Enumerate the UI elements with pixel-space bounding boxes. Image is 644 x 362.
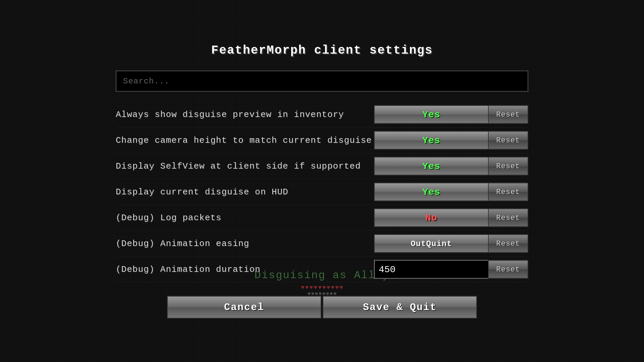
setting-controls: No Reset bbox=[374, 208, 528, 227]
value-button-4[interactable]: No bbox=[374, 208, 488, 227]
save-quit-button[interactable]: Save & Quit bbox=[323, 296, 477, 319]
settings-list: Always show disguise preview in inventor… bbox=[116, 102, 528, 283]
value-input-6[interactable] bbox=[374, 260, 488, 279]
setting-row: Always show disguise preview in inventor… bbox=[116, 102, 528, 128]
setting-row: Display SelfView at client side if suppo… bbox=[116, 154, 528, 179]
setting-label: (Debug) Log packets bbox=[116, 213, 374, 223]
setting-controls: Yes Reset bbox=[374, 131, 528, 150]
search-input[interactable] bbox=[116, 71, 528, 92]
setting-controls: Yes Reset bbox=[374, 183, 528, 201]
setting-controls: OutQuint Reset bbox=[374, 234, 528, 253]
value-button-5[interactable]: OutQuint bbox=[374, 234, 488, 253]
setting-label: Display current disguise on HUD bbox=[116, 187, 374, 197]
setting-row: (Debug) Animation easing OutQuint Reset bbox=[116, 231, 528, 257]
setting-label: (Debug) Animation easing bbox=[116, 239, 374, 249]
bottom-buttons: Cancel Save & Quit bbox=[116, 296, 528, 319]
value-button-1[interactable]: Yes bbox=[374, 131, 488, 150]
setting-label: (Debug) Animation duration bbox=[116, 264, 374, 275]
reset-button-5[interactable]: Reset bbox=[488, 234, 528, 253]
reset-button-3[interactable]: Reset bbox=[488, 183, 528, 201]
value-button-2[interactable]: Yes bbox=[374, 157, 488, 176]
setting-label: Change camera height to match current di… bbox=[116, 135, 374, 145]
settings-panel: FeatherMorph client settings Always show… bbox=[116, 44, 528, 319]
setting-controls: Yes Reset bbox=[374, 157, 528, 176]
search-container bbox=[116, 71, 528, 92]
reset-button-6[interactable]: Reset bbox=[488, 260, 528, 279]
reset-button-1[interactable]: Reset bbox=[488, 131, 528, 150]
setting-label: Always show disguise preview in inventor… bbox=[116, 110, 374, 120]
reset-button-2[interactable]: Reset bbox=[488, 157, 528, 176]
reset-button-4[interactable]: Reset bbox=[488, 208, 528, 227]
value-button-0[interactable]: Yes bbox=[374, 105, 488, 124]
setting-row: Change camera height to match current di… bbox=[116, 128, 528, 154]
reset-button-0[interactable]: Reset bbox=[488, 105, 528, 124]
value-button-3[interactable]: Yes bbox=[374, 183, 488, 201]
panel-title: FeatherMorph client settings bbox=[116, 44, 528, 57]
setting-controls: Yes Reset bbox=[374, 105, 528, 124]
setting-controls: Reset bbox=[374, 260, 528, 279]
cancel-button[interactable]: Cancel bbox=[167, 296, 321, 319]
setting-row: Display current disguise on HUD Yes Rese… bbox=[116, 179, 528, 205]
setting-label: Display SelfView at client side if suppo… bbox=[116, 161, 374, 171]
setting-row: (Debug) Animation duration Reset bbox=[116, 257, 528, 283]
setting-row: (Debug) Log packets No Reset bbox=[116, 205, 528, 231]
